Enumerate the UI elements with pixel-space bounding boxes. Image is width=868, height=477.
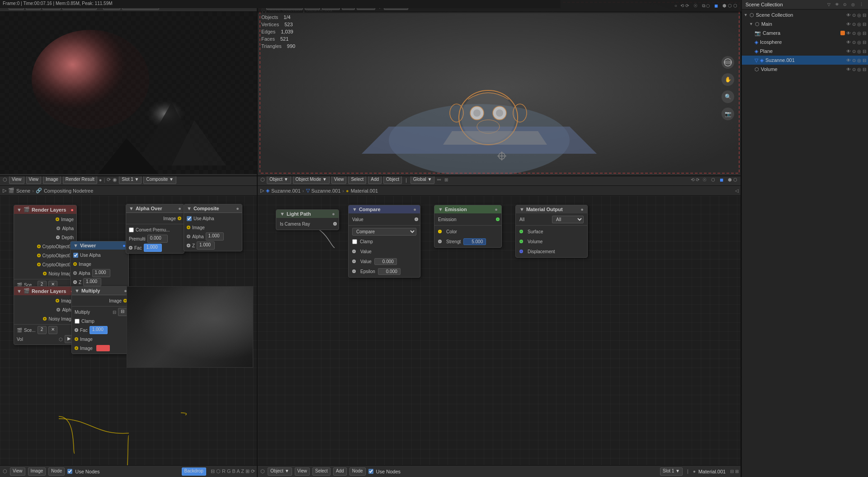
sc-item-scene-collection[interactable]: ▼ ⬡ Scene Collection 👁 ⊙ ◎ ⊟ (742, 10, 868, 19)
sbb-object-btn[interactable]: Object ▼ (268, 468, 292, 476)
comp-render-result-btn[interactable]: Render Result (63, 176, 97, 184)
node-viewer[interactable]: ▼ Viewer ● Use Alpha Image Alpha 1.000 (70, 241, 129, 288)
epsilon-field[interactable]: 0.000 (378, 268, 401, 275)
shader-object-btn2[interactable]: Object (383, 176, 402, 184)
node-collapse-viewer[interactable]: ▼ (73, 243, 78, 248)
sc-item-suzanne[interactable]: ▽ ◈ Suzanne.001 👁 ⊙ ◎ ⊟ (742, 56, 868, 65)
sbb-add-btn[interactable]: Add (333, 468, 347, 476)
node-row-alpha-v-in: Alpha 1.000 (71, 269, 128, 278)
node-composite[interactable]: ▼ Composite ● Use Alpha Image Alpha 1.00… (184, 204, 242, 251)
shader-select-btn[interactable]: Select (348, 176, 366, 184)
snode-material-output[interactable]: ▼ Material Output ● All All Surface (515, 205, 588, 258)
sc-item-plane[interactable]: ◈ Plane 👁 ⊙ ◎ ⊟ (742, 47, 868, 56)
bc-expand[interactable]: ▷ (3, 188, 6, 194)
node-collapse-composite[interactable]: ▼ (187, 206, 192, 211)
node-header-multiply: ▼ Multiply ● (72, 287, 130, 295)
nb-node-btn[interactable]: Node (48, 468, 65, 476)
sb-arrow1: › (302, 188, 304, 194)
clamp-compare-cb[interactable] (352, 239, 357, 244)
fac-m-val[interactable]: 1.000 (90, 326, 108, 334)
nb-backdrop-btn[interactable]: Backdrop (182, 468, 206, 476)
node-multiply[interactable]: ▼ Multiply ● Image Multiply ⊟ ⊟ Clamp (71, 286, 130, 354)
shader-view-btn[interactable]: View (331, 176, 347, 184)
all-dropdown[interactable]: All (552, 216, 584, 223)
comp-view2-btn[interactable]: View (26, 176, 42, 184)
camera-icon[interactable]: 📷 (722, 108, 734, 120)
clamp-m-cb[interactable] (75, 319, 80, 324)
alpha-c-val[interactable]: 1.000 (206, 232, 224, 241)
sc-icons-main: 👁 ⊙ ◎ ⊟ (846, 22, 866, 27)
nb-image-btn[interactable]: Image (28, 468, 46, 476)
scene-val2[interactable]: 2 (38, 326, 47, 334)
node-render-layers-1[interactable]: ▼ 🎬 Render Layers ● Image Alpha Depth (14, 205, 77, 291)
sbb-select-btn[interactable]: Select (312, 468, 330, 476)
socket-strength-in (438, 240, 442, 243)
comp-node-canvas[interactable]: ▼ 🎬 Render Layers ● Image Alpha Depth (0, 196, 258, 465)
nb-view-btn[interactable]: View (10, 468, 25, 476)
node-collapse-rl1[interactable]: ▼ (17, 207, 22, 213)
multiply-type-btn[interactable]: ⊟ (118, 308, 127, 316)
sbb-node-btn[interactable]: Node (349, 468, 366, 476)
node-collapse-ao[interactable]: ▼ (129, 206, 134, 211)
node-collapse-multiply[interactable]: ▼ (75, 288, 80, 293)
sc-item-main[interactable]: ▼ ⬡ Main 👁 ⊙ ◎ ⊟ (742, 19, 868, 28)
conv-pre-cb[interactable] (129, 227, 134, 232)
fac-ao-val[interactable]: 1.000 (144, 244, 162, 252)
sc-eye-icon[interactable]: 👁 (834, 1, 840, 8)
label-img-c: Image (192, 225, 205, 230)
sbb-use-nodes-cb[interactable] (368, 469, 373, 474)
sb-collapse[interactable]: ◁ (735, 188, 739, 193)
snode-collapse-matout[interactable]: ▼ (519, 207, 524, 212)
node-collapse-rl2[interactable]: ▼ (17, 288, 22, 294)
z-v-val[interactable]: 1.000 (83, 278, 101, 286)
snode-collapse-lp[interactable]: ▼ (280, 211, 285, 217)
snode-emission[interactable]: ▼ Emission ● Emission Color Strengt 5.00… (434, 205, 502, 248)
snode-collapse-compare[interactable]: ▼ (352, 207, 357, 212)
socket-z-c-in (187, 244, 190, 247)
sc-select-icon[interactable]: ⊙ (842, 1, 848, 8)
snode-light-path[interactable]: ▼ Light Path ● Is Camera Ray (276, 209, 339, 230)
sc-filter-icon[interactable]: ▽ (826, 1, 832, 8)
alpha-v-val[interactable]: 1.000 (92, 269, 110, 277)
compare-dropdown[interactable]: Compare (352, 228, 416, 236)
shader-objmode-btn[interactable]: Object Mode ▼ (293, 176, 330, 184)
shader-canvas[interactable]: ▼ Light Path ● Is Camera Ray ▼ Compare ●… (258, 196, 741, 465)
zoom-icon[interactable]: 🔍 (722, 90, 734, 103)
comp-image-btn[interactable]: Image (43, 176, 61, 184)
sc-item-icosphere[interactable]: ◈ Icosphere 👁 ⊙ ◎ ⊟ (742, 38, 868, 47)
sc-item-camera[interactable]: 📷 Camera 👁 ⊙ ◎ ⊟ (742, 28, 868, 38)
orbit-icon[interactable] (722, 56, 734, 69)
shader-add-btn[interactable]: Add (368, 176, 382, 184)
mesh-type-suzanne: ◈ (760, 57, 764, 63)
sc-render-icon[interactable]: ◎ (850, 1, 856, 8)
sc-more-icon[interactable]: ⋮ (858, 1, 864, 8)
sc-item-volume[interactable]: ⬡ Volume 👁 ⊙ ◎ ⊟ (742, 65, 868, 74)
use-nodes-cb[interactable] (67, 469, 72, 474)
val1-field[interactable]: 0.000 (374, 258, 397, 265)
use-alpha-v-cb[interactable] (73, 253, 78, 258)
strength-val[interactable]: 5.000 (463, 238, 486, 245)
node-row-depth1: Depth (14, 233, 76, 242)
z-c-val[interactable]: 1.000 (197, 241, 215, 250)
scene-del2[interactable]: ✕ (48, 326, 57, 334)
sb-expand[interactable]: ▷ (260, 188, 264, 194)
node-alpha-over[interactable]: ▼ Alpha Over ● Image Convert Premu... Pr… (126, 204, 184, 254)
snode-compare[interactable]: ▼ Compare ● Value Compare Clamp (348, 205, 420, 278)
node-row-img-c-in: Image (184, 223, 242, 232)
use-alpha-c-cb[interactable] (187, 216, 192, 221)
node-title-multiply: Multiply (81, 288, 100, 293)
sbb-slot1-btn[interactable]: Slot 1 ▼ (660, 468, 683, 476)
comp-ne-slot1-btn[interactable]: Slot 1 ▼ (119, 176, 142, 184)
sbb-view-btn[interactable]: View (295, 468, 310, 476)
shader-global-btn[interactable]: Global ▼ (410, 176, 435, 184)
premul-val[interactable]: 0.000 (147, 235, 168, 243)
node-render-layers-2[interactable]: ▼ 🎬 Render Layers ● Image Alpha Noisy Im… (14, 286, 77, 345)
snode-collapse-emission[interactable]: ▼ (438, 207, 443, 212)
shader-object-btn[interactable]: Object ▼ (267, 176, 291, 184)
comp-view-btn[interactable]: View (9, 176, 24, 184)
comp-ne-composite-btn[interactable]: Composite ▼ (143, 176, 176, 184)
viewport-3d[interactable]: Camera Perspective (0) Scene Collection … (258, 0, 741, 176)
label-alpha-c: Alpha (192, 234, 204, 239)
sc-header: Scene Collection ▽ 👁 ⊙ ◎ ⋮ (742, 0, 868, 9)
pan-icon[interactable]: ✋ (722, 73, 734, 86)
